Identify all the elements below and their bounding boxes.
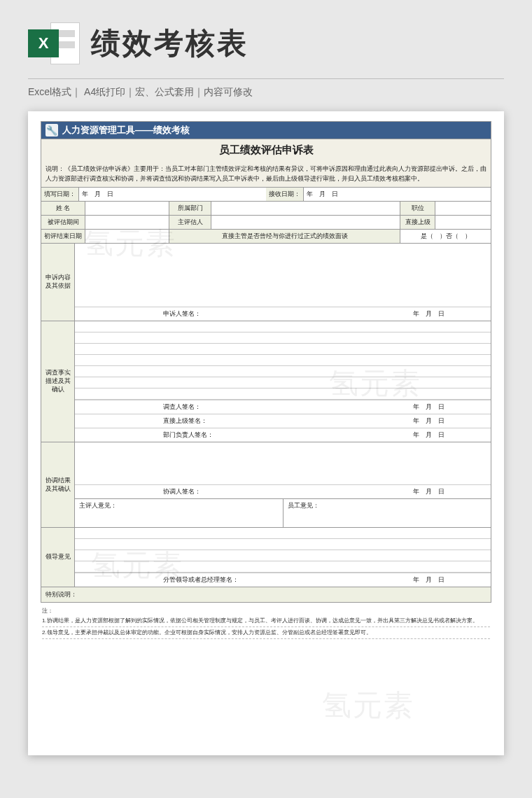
doc-banner-text: 人力资源管理工具——绩效考核 [62, 124, 190, 136]
special-note: 特别说明： [41, 587, 491, 603]
section-appeal-label: 申诉内容及其依据 [41, 244, 75, 321]
value-name [85, 202, 169, 216]
sig-depthead: 部门负责人签名： [79, 430, 214, 440]
info-table: 姓 名 所属部门 职位 被评估期间 主评估人 直接上级 初评结束日期 直接主管是… [41, 202, 491, 244]
excel-icon-letter: X [28, 29, 59, 57]
document-preview: 🔧 人力资源管理工具——绩效考核 员工绩效评估申诉表 说明：《员工绩效评估申诉表… [28, 111, 504, 755]
wrench-icon: 🔧 [46, 124, 58, 136]
doc-banner: 🔧 人力资源管理工具——绩效考核 [41, 121, 491, 139]
sig-depthead-date: 年 月 日 [413, 430, 486, 440]
sections: 申诉内容及其依据 申诉人签名： 年 月 日 调查事实描述及其确认 调查人签名： [41, 244, 491, 587]
sig-investigator-date: 年 月 日 [413, 402, 486, 412]
recv-date-label: 接收日期： [266, 188, 304, 201]
label-enddate: 初评结束日期 [41, 230, 85, 244]
footnote-2: 2.领导意见，主要承担仲裁以及总体审定的功能。企业可根据自身实际情况，安排人力资… [42, 627, 490, 639]
form-description: 说明：《员工绩效评估申诉表》主要用于：当员工对本部门主管绩效评定和考核的结果有异… [41, 161, 491, 188]
label-position: 职位 [400, 202, 435, 216]
label-name: 姓 名 [41, 202, 85, 216]
label-period: 被评估期间 [41, 216, 85, 230]
value-position [435, 202, 491, 216]
sig-appeal-date: 年 月 日 [413, 309, 486, 318]
sig-superior-date: 年 月 日 [413, 416, 486, 426]
sig-coordinator: 协调人签名： [79, 487, 201, 496]
opinion-assessor: 主评人意见： [75, 499, 284, 527]
sig-appeal: 申诉人签名： [79, 309, 201, 318]
sig-leader-date: 年 月 日 [413, 575, 486, 584]
label-dept: 所属部门 [169, 202, 211, 216]
sig-investigator: 调查人签名： [79, 402, 201, 412]
section-coordination: 协调结果及其确认 协调人签名： 年 月 日 主评人意见： 员工意见： [41, 442, 491, 528]
opinion-employee: 员工意见： [284, 499, 491, 527]
recv-date-value: 年 月 日 [304, 188, 491, 201]
section-appeal: 申诉内容及其依据 申诉人签名： 年 月 日 [41, 244, 491, 321]
sig-leader: 分管领导或者总经理签名： [79, 575, 239, 584]
label-superior: 直接上级 [400, 216, 435, 230]
excel-icon: X [28, 20, 80, 67]
meta-info: Excel格式｜ A4纸打印｜宏、公式套用｜内容可修改 [0, 86, 532, 111]
value-dept [211, 202, 400, 216]
footnote-head: 注： [42, 607, 490, 615]
section-coordination-label: 协调结果及其确认 [41, 442, 75, 527]
date-row: 填写日期： 年 月 日 接收日期： 年 月 日 [41, 188, 491, 202]
section-leader-label: 领导意见 [41, 528, 75, 587]
sig-coordinator-date: 年 月 日 [413, 487, 486, 496]
value-superior [435, 216, 491, 230]
value-assessor [211, 216, 400, 230]
form-title: 员工绩效评估申诉表 [41, 139, 491, 161]
sig-superior: 直接上级签名： [79, 416, 207, 426]
value-interview: 是（ ）否（ ） [400, 230, 491, 244]
divider [28, 78, 504, 79]
footnote-1: 1.协调结果，是人力资源部根据了解到的实际情况，依据公司相关管理制度与规定，与员… [42, 615, 490, 627]
section-leader: 领导意见 分管领导或者总经理签名： 年 月 日 [41, 528, 491, 587]
label-interview: 直接主管是否曾经与你进行过正式的绩效面谈 [169, 230, 400, 244]
footnotes: 注： 1.协调结果，是人力资源部根据了解到的实际情况，依据公司相关管理制度与规定… [41, 603, 491, 639]
page-title: 绩效考核表 [91, 24, 248, 63]
label-assessor: 主评估人 [169, 216, 211, 230]
fill-date-label: 填写日期： [41, 188, 79, 201]
value-enddate [85, 230, 169, 244]
section-investigation: 调查事实描述及其确认 调查人签名： 年 月 日 直接上级签名： 年 月 日 部门… [41, 321, 491, 442]
fill-date-value: 年 月 日 [79, 188, 266, 201]
page-header: X 绩效考核表 [0, 0, 532, 78]
section-investigation-label: 调查事实描述及其确认 [41, 321, 75, 442]
value-period [85, 216, 169, 230]
